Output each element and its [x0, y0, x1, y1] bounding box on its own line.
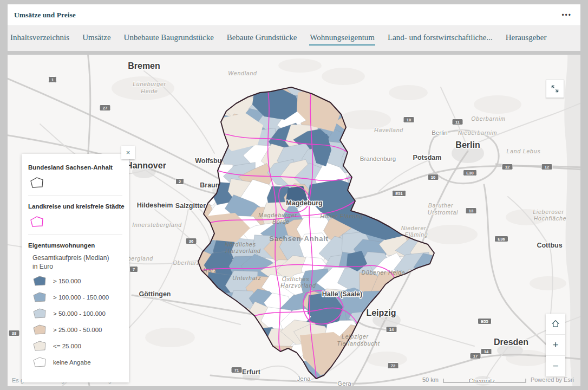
legend-class-row: > 25.000 - 50.000	[32, 323, 122, 336]
svg-text:10: 10	[431, 175, 435, 180]
legend-class-swatch	[32, 275, 48, 287]
svg-text:E51: E51	[395, 191, 402, 196]
tab-6[interactable]: Herausgeber	[505, 31, 547, 46]
region-label: Sachsen-Anhalt	[269, 235, 328, 243]
city-label: Brandenburg	[360, 155, 396, 162]
legend-classes-subtitle: Gesamtkaufpreis (Median) in Euro	[32, 253, 115, 271]
legend-class-label: <= 25.000	[53, 343, 81, 349]
legend-class-row: > 100.000 - 150.000	[32, 291, 122, 303]
svg-text:11: 11	[455, 120, 460, 125]
region-label: Nördliches	[225, 241, 256, 248]
city-label: Dresden	[494, 337, 528, 347]
road-shield: 72	[388, 363, 398, 369]
region-label: Unterharz	[232, 275, 261, 281]
fullscreen-button[interactable]	[546, 80, 564, 98]
svg-text:E30: E30	[466, 171, 473, 176]
city-label: Berlin	[455, 140, 480, 150]
tab-bar: InhaltsverzeichnisUmsätzeUnbebaute Baugr…	[8, 25, 580, 51]
legend-class-label: keine Angabe	[53, 359, 91, 366]
road-shield: 12	[502, 164, 513, 170]
city-label: Erfurt	[242, 368, 261, 376]
region-label: Land Lebus	[507, 148, 541, 154]
region-label: Urstromtal	[428, 209, 458, 216]
region-label: Wendland	[228, 70, 257, 76]
zoom-out-button[interactable]: −	[546, 355, 565, 376]
road-shield: E30	[463, 170, 477, 176]
home-icon	[550, 318, 561, 329]
city-label: Göttingen	[139, 290, 171, 298]
legend-close-button[interactable]: ×	[121, 146, 135, 159]
legend-class-label: > 150.000	[53, 278, 81, 284]
road-shield: 10	[428, 174, 439, 180]
tab-3[interactable]: Bebaute Grundstücke	[226, 31, 298, 46]
tab-5[interactable]: Land- und forstwirtschaftliche...	[387, 31, 493, 46]
overflow-menu-icon[interactable]: •••	[561, 12, 572, 18]
region-label: Dübener Heide	[361, 269, 405, 276]
region-label: Niederbarnim	[458, 129, 498, 136]
svg-text:10: 10	[407, 118, 411, 122]
zoom-in-button[interactable]: +	[546, 334, 565, 355]
road-shield: 14	[386, 327, 397, 333]
region-label: Innerstebergland	[132, 222, 182, 228]
legend-class-label: > 100.000 - 150.000	[53, 294, 109, 301]
legend-state-title: Bundesland Sachsen-Anhalt	[28, 164, 122, 171]
legend-class-swatch	[32, 323, 48, 336]
map-zoom-controls: + −	[546, 314, 565, 376]
city-label: Potsdam	[413, 154, 442, 161]
app-frame: Umsätze und Preise ••• Inhaltsverzeichni…	[8, 4, 580, 386]
svg-text:72: 72	[391, 363, 395, 368]
region-label: Baruther	[428, 202, 454, 209]
city-label: Hannover	[126, 161, 166, 170]
top-card: Umsätze und Preise ••• Inhaltsverzeichni…	[8, 4, 580, 51]
home-button[interactable]	[546, 314, 565, 334]
city-label: Bremen	[128, 61, 160, 70]
city-label: Jena	[297, 375, 311, 382]
svg-text:12: 12	[505, 165, 509, 170]
legend-class-swatch	[32, 307, 48, 320]
svg-text:17: 17	[473, 354, 478, 359]
road-shield: 10	[403, 117, 414, 123]
tab-2[interactable]: Unbebaute Baugrundstücke	[123, 31, 214, 46]
svg-text:E36: E36	[498, 237, 505, 242]
title-bar: Umsätze und Preise •••	[8, 4, 580, 25]
legend-classes-title: Eigentumswohnungen	[28, 242, 122, 249]
region-label: Tieflandsbucht	[337, 340, 380, 347]
scale-line	[443, 379, 526, 383]
legend-section-districts: Landkreise und kreisfreie Städte	[28, 196, 122, 235]
page-title: Umsätze und Preise	[14, 11, 76, 20]
tab-4[interactable]: Wohnungseigentum	[309, 31, 375, 46]
road-shield: 27	[100, 105, 110, 111]
region-label: Lüneburger	[133, 81, 166, 87]
city-label: Berlin	[432, 129, 447, 136]
tab-0[interactable]: Inhaltsverzeichnis	[10, 31, 70, 46]
powered-by-esri: Powered by Esri	[531, 376, 574, 383]
region-label: Oberharz	[173, 259, 200, 266]
svg-text:13: 13	[469, 209, 473, 213]
city-label: Gera	[337, 380, 351, 386]
road-shield: 2	[176, 179, 184, 185]
road-shield: 13	[466, 208, 476, 214]
city-label: Hildesheim	[137, 202, 173, 209]
road-shield: E36	[495, 236, 508, 242]
state-outline-swatch	[29, 176, 45, 189]
region-label: Hochfläche	[534, 215, 567, 222]
region-label: Havelland	[374, 127, 403, 133]
region-label: Hoher Fläming	[320, 213, 363, 219]
legend-class-row: keine Angabe	[32, 356, 122, 368]
legend-class-row: > 50.000 - 100.000	[32, 307, 122, 320]
city-label: Magdeburg	[286, 199, 322, 207]
svg-text:2: 2	[179, 179, 181, 184]
road-shield: E51	[393, 191, 406, 197]
svg-text:36: 36	[189, 239, 193, 244]
road-shield: 14	[481, 349, 492, 355]
region-label: Heide	[141, 88, 158, 94]
region-label: Lieberoser	[533, 209, 564, 215]
svg-text:7: 7	[133, 267, 135, 272]
scale-bar: 50 km Powered by Esri	[422, 376, 574, 383]
region-label: Magdeburger	[258, 212, 297, 218]
legend-class-swatch	[32, 356, 48, 368]
region-label: Harzvorland	[225, 248, 261, 254]
tab-1[interactable]: Umsätze	[82, 31, 111, 46]
legend-class-label: > 50.000 - 100.000	[53, 310, 106, 317]
road-shield: 11	[452, 119, 463, 125]
